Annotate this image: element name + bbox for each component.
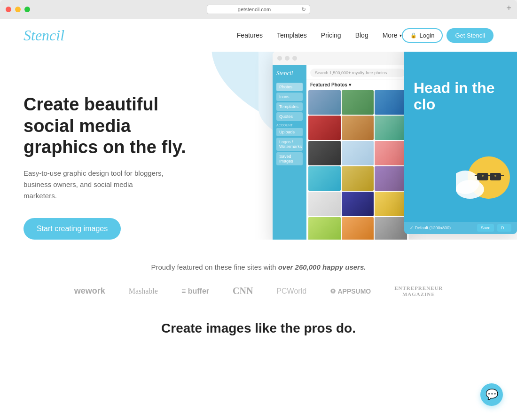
sidebar-item-quotes[interactable]: Quotes <box>276 112 303 121</box>
brand-cnn: CNN <box>233 286 253 296</box>
app-search-bar: Search 1,500,000+ royalty-free photos <box>306 65 409 79</box>
get-stencil-button[interactable]: Get Stencil <box>446 28 494 43</box>
hero-section: Create beautiful social media graphics o… <box>0 52 517 240</box>
app-dot-3 <box>292 56 297 61</box>
photo-grid <box>306 89 409 240</box>
brand-appsumo: ⚙ APPSUMO <box>330 288 371 295</box>
photo-cell-6[interactable] <box>375 116 407 140</box>
svg-point-2 <box>456 180 484 199</box>
chat-bubble-button[interactable]: 💬 <box>480 383 503 406</box>
photo-cell-18[interactable] <box>375 217 407 240</box>
cta-button[interactable]: Start creating images <box>24 218 121 240</box>
svg-point-8 <box>482 175 484 177</box>
app-inner: Stencil Photos Icons Templates Quotes AC… <box>273 65 409 240</box>
browser-chrome: getstencil.com ↻ + <box>0 0 517 19</box>
nav-more[interactable]: More <box>383 31 402 39</box>
sidebar-item-photos[interactable]: Photos <box>276 83 303 91</box>
canvas-bottom-bar: ✓ Default (1200x800) Save D... <box>404 222 517 234</box>
photo-cell-13[interactable] <box>308 192 341 216</box>
photo-cell-2[interactable] <box>342 90 374 115</box>
search-input[interactable]: Search 1,500,000+ royalty-free photos <box>310 69 405 77</box>
canvas-preview: Head in the clo <box>404 52 517 234</box>
photo-cell-8[interactable] <box>342 141 374 165</box>
nav-templates[interactable]: Templates <box>277 31 307 39</box>
app-logo-small: Stencil <box>276 70 303 77</box>
hero-text-block: Create beautiful social media graphics o… <box>24 66 202 240</box>
canvas-character <box>456 149 512 206</box>
photo-cell-11[interactable] <box>342 166 374 191</box>
traffic-light-green[interactable] <box>24 7 30 12</box>
sidebar-item-icons[interactable]: Icons <box>276 93 303 101</box>
app-dot-1 <box>277 56 282 61</box>
brand-entrepreneur: Entrepreneur MAGAZINE <box>394 285 443 297</box>
nav-features[interactable]: Features <box>237 31 263 39</box>
canvas-size-label: ✓ Default (1200x800) <box>410 226 451 230</box>
photo-cell-16[interactable] <box>308 217 341 240</box>
brand-buffer: ≡ buffer <box>181 287 209 296</box>
photo-cell-3[interactable] <box>375 90 407 115</box>
photo-cell-4[interactable] <box>308 116 341 140</box>
site-logo[interactable]: Stencil <box>24 27 237 44</box>
svg-line-6 <box>501 175 504 176</box>
app-window: Stencil Photos Icons Templates Quotes AC… <box>273 52 409 240</box>
featured-text: Proudly featured on these fine sites wit… <box>24 263 494 271</box>
canvas-action-buttons: Save D... <box>477 226 511 230</box>
brand-mashable: Mashable <box>129 287 158 296</box>
traffic-light-yellow[interactable] <box>15 7 21 12</box>
sidebar-item-logos[interactable]: Logos / Watermarks <box>276 138 303 151</box>
photo-cell-15[interactable] <box>375 192 407 216</box>
svg-point-9 <box>494 175 496 177</box>
app-screenshot: Stencil Photos Icons Templates Quotes AC… <box>273 52 517 240</box>
photo-cell-12[interactable] <box>375 166 407 191</box>
photo-cell-5[interactable] <box>342 116 374 140</box>
featured-label[interactable]: Featured Photos ▾ <box>306 79 409 89</box>
nav-blog[interactable]: Blog <box>355 31 368 39</box>
nav-pricing[interactable]: Pricing <box>321 31 341 39</box>
photo-cell-1[interactable] <box>308 90 341 115</box>
traffic-light-red[interactable] <box>6 7 11 12</box>
canvas-headline-text: Head in the clo <box>414 80 517 113</box>
canvas-download-button[interactable]: D... <box>497 224 511 232</box>
photo-cell-7[interactable] <box>308 141 341 165</box>
bottom-hint: Create images like the pros do. <box>0 311 517 345</box>
photo-cell-14[interactable] <box>342 192 374 216</box>
canvas-save-button[interactable]: Save <box>477 224 494 232</box>
login-button[interactable]: Login <box>402 28 443 43</box>
navigation: Stencil Features Templates Pricing Blog … <box>0 19 517 52</box>
svg-line-5 <box>475 175 477 176</box>
app-sidebar: Stencil Photos Icons Templates Quotes AC… <box>273 65 306 240</box>
photo-cell-17[interactable] <box>342 217 374 240</box>
sidebar-item-saved[interactable]: Saved Images <box>276 152 303 165</box>
address-bar[interactable]: getstencil.com ↻ <box>207 5 310 14</box>
hero-subtitle: Easy-to-use graphic design tool for blog… <box>24 168 164 202</box>
photo-cell-10[interactable] <box>308 166 341 191</box>
featured-section: Proudly featured on these fine sites wit… <box>0 240 517 311</box>
hero-title: Create beautiful social media graphics o… <box>24 94 202 158</box>
sidebar-item-templates[interactable]: Templates <box>276 102 303 111</box>
brand-pcworld: PCWorld <box>276 287 306 296</box>
app-titlebar <box>273 52 409 65</box>
account-label: ACCOUNT <box>276 124 303 127</box>
website-content: Stencil Features Templates Pricing Blog … <box>0 19 517 420</box>
photo-cell-9[interactable] <box>375 141 407 165</box>
app-dot-2 <box>285 56 290 61</box>
sidebar-item-uploads[interactable]: Uploads <box>276 128 303 136</box>
app-content: Search 1,500,000+ royalty-free photos Fe… <box>306 65 409 240</box>
refresh-icon[interactable]: ↻ <box>301 6 306 13</box>
chat-icon: 💬 <box>486 389 498 401</box>
brand-wework: wework <box>74 286 105 296</box>
nav-links: Features Templates Pricing Blog More <box>237 31 402 39</box>
brand-logos: wework Mashable ≡ buffer CNN PCWorld ⚙ A… <box>24 285 494 297</box>
new-tab-button[interactable]: + <box>506 4 511 12</box>
